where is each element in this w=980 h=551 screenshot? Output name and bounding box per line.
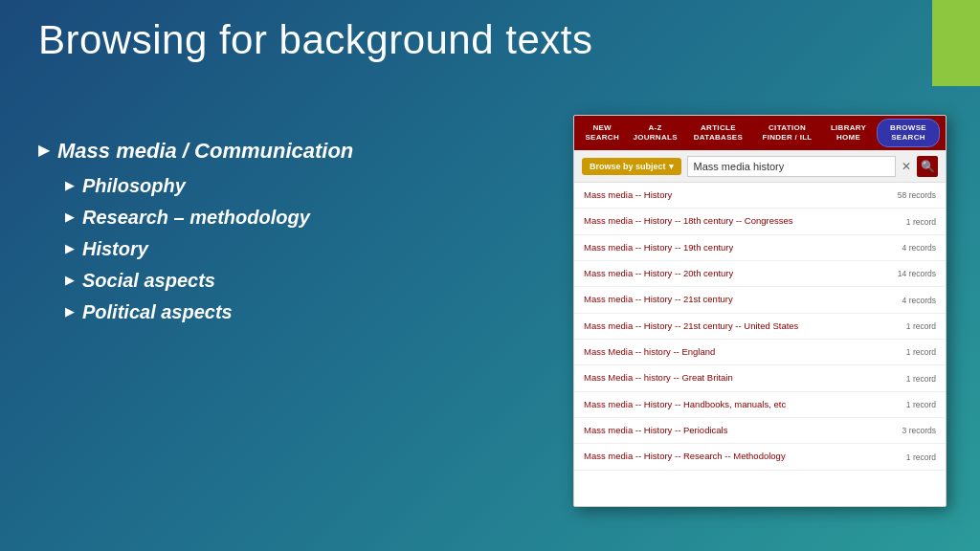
result-label: Mass media -- History -- 18th century --… [584, 215, 906, 227]
result-label: Mass media -- History -- Handbooks, manu… [584, 399, 906, 410]
result-count: 14 records [898, 269, 936, 278]
search-input[interactable] [687, 156, 896, 177]
list-item: ▶ Philosophy [65, 175, 440, 197]
result-label: Mass media -- History [584, 189, 898, 201]
search-icon[interactable]: 🔍 [917, 156, 938, 177]
accent-bar [932, 0, 980, 86]
result-label: Mass media -- History -- 19th century [584, 242, 902, 253]
result-label: Mass media -- History -- 20th century [584, 268, 898, 279]
list-item: ▶ Social aspects [65, 270, 440, 292]
nav-library-home[interactable]: LIBRARY HOME [824, 121, 873, 143]
table-row[interactable]: Mass media -- History -- 19th century 4 … [574, 235, 946, 261]
result-label: Mass media -- History -- Periodicals [584, 425, 902, 436]
sub-arrow-icon: ▶ [65, 241, 75, 255]
sub-arrow-icon: ▶ [65, 209, 75, 224]
list-item: ▶ Political aspects [65, 301, 440, 323]
nav-browse-search[interactable]: BROWSE SEARCH [877, 119, 940, 146]
results-area: Mass media -- History 58 records Mass me… [574, 183, 946, 506]
result-count: 4 records [902, 243, 936, 253]
table-row[interactable]: Mass media -- History 58 records [574, 183, 946, 209]
nav-bar: NEW SEARCH A-Z JOURNALS ARTICLE DATABASE… [574, 116, 946, 150]
result-count: 1 record [906, 321, 936, 331]
browse-by-label: Browse by subject [590, 162, 666, 171]
main-topic-label: Mass media / Communication [57, 139, 353, 164]
result-count: 4 records [902, 296, 936, 305]
table-row[interactable]: Mass media -- History -- Handbooks, manu… [574, 392, 946, 418]
result-label: Mass media -- History -- 21st century [584, 294, 902, 305]
list-item: ▶ History [65, 238, 440, 260]
table-row[interactable]: Mass media -- History -- Periodicals 3 r… [574, 418, 946, 444]
sub-arrow-icon: ▶ [65, 273, 75, 287]
sub-item-label: History [82, 238, 148, 260]
table-row[interactable]: Mass media -- History -- 18th century --… [574, 209, 946, 234]
result-count: 1 record [906, 452, 936, 462]
result-count: 1 record [906, 217, 936, 227]
result-count: 1 record [906, 400, 936, 409]
browser-panel: NEW SEARCH A-Z JOURNALS ARTICLE DATABASE… [573, 115, 947, 507]
sub-item-label: Research – methodology [82, 207, 310, 229]
main-arrow-icon: ▶ [38, 141, 50, 159]
sub-arrow-icon: ▶ [65, 178, 75, 192]
table-row[interactable]: Mass media -- History -- 20th century 14… [574, 261, 946, 287]
nav-article-databases[interactable]: ARTICLE DATABASES [686, 121, 750, 143]
result-label: Mass Media -- history -- Great Britain [584, 372, 906, 384]
result-label: Mass media -- History -- Research -- Met… [584, 451, 906, 462]
result-count: 1 record [906, 347, 936, 357]
main-topic-item: ▶ Mass media / Communication [38, 139, 440, 164]
browse-by-button[interactable]: Browse by subject ▾ [582, 158, 681, 175]
slide-title: Browsing for background texts [38, 17, 592, 63]
nav-az-journals[interactable]: A-Z JOURNALS [628, 121, 681, 143]
search-bar-row: Browse by subject ▾ ✕ 🔍 [574, 150, 946, 183]
nav-new-search[interactable]: NEW SEARCH [580, 121, 624, 143]
sub-items-list: ▶ Philosophy ▶ Research – methodology ▶ … [65, 175, 440, 323]
result-count: 58 records [898, 190, 936, 200]
table-row[interactable]: Mass media -- History -- 21st century --… [574, 314, 946, 340]
result-count: 1 record [906, 374, 936, 384]
table-row[interactable]: Mass media -- History -- 21st century 4 … [574, 287, 946, 313]
table-row[interactable]: Mass Media -- history -- Great Britain 1… [574, 365, 946, 391]
nav-citation-finder[interactable]: CITATION FINDER / ILL [754, 121, 820, 143]
result-label: Mass Media -- history -- England [584, 346, 906, 358]
result-label: Mass media -- History -- 21st century --… [584, 320, 906, 332]
clear-search-icon[interactable]: ✕ [902, 160, 911, 173]
list-item: ▶ Research – methodology [65, 207, 440, 229]
table-row[interactable]: Mass media -- History -- Research -- Met… [574, 444, 946, 470]
left-content: ▶ Mass media / Communication ▶ Philosoph… [38, 139, 440, 333]
sub-item-label: Philosophy [82, 175, 186, 197]
sub-item-label: Political aspects [82, 301, 233, 323]
chevron-down-icon: ▾ [669, 162, 674, 171]
sub-item-label: Social aspects [82, 270, 215, 292]
table-row[interactable]: Mass Media -- history -- England 1 recor… [574, 340, 946, 365]
sub-arrow-icon: ▶ [65, 304, 75, 319]
result-count: 3 records [902, 426, 936, 435]
